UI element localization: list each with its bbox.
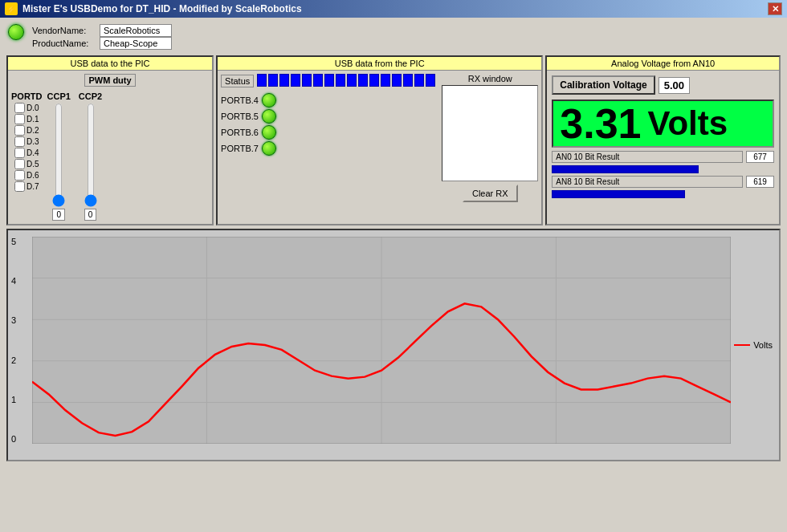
portd-checkboxes: D.0 D.1 D.2 D.3 D.4 D.5 D.6 D.7 [14,103,39,192]
an8-progress-row [548,189,777,199]
an8-row: AN8 10 Bit Result 619 [548,174,777,189]
calibration-row: Calibration Voltage 5.00 [548,72,777,98]
an8-label: AN8 10 Bit Result [552,176,743,188]
close-button[interactable]: ✕ [768,2,782,15]
voltage-display: 3.31 Volts [552,99,774,148]
portd-d2[interactable] [14,125,25,136]
portb7-led [262,141,276,156]
ccp1-slider[interactable] [51,103,66,207]
y-axis: 5 4 3 2 1 0 [11,237,16,444]
chart-inner [32,237,731,444]
analog-header: Analog Voltage from AN10 [547,57,779,71]
usb-to-pic-header: USB data to the PIC [8,57,212,71]
voltage-number: 3.31 [553,99,647,148]
product-label: ProductName: [32,39,96,48]
an8-value: 619 [746,176,774,188]
an0-value: 677 [746,151,774,163]
portb4-led [262,93,276,108]
usb-from-pic-panel: USB data from the PIC Status [216,55,543,225]
portd-d7[interactable] [14,181,25,192]
an0-row: AN0 10 Bit Result 677 [548,149,777,164]
vendor-label: VendorName: [32,26,96,35]
ccp1-value: 0 [52,209,65,221]
legend-line [734,344,750,346]
an8-progress-bar [552,190,685,198]
an0-label: AN0 10 Bit Result [552,151,743,163]
connection-led [8,24,24,40]
rx-label: RX window [468,74,512,83]
ccp1-label: CCP1 [47,91,71,101]
chart-area: 5 4 3 2 1 0 [6,229,781,461]
ccp2-slider-group: CCP2 0 [79,91,102,221]
portb7-label: PORTB.7 [221,144,259,153]
portb5-led [262,109,276,124]
portd-d5[interactable] [14,159,25,169]
chart-svg [32,237,731,444]
portd-d3[interactable] [14,136,25,147]
chart-legend: Volts [734,340,773,350]
info-row: VendorName: ScaleRobotics ProductName: C… [3,21,784,53]
product-value: Cheap-Scope [100,37,172,50]
ccp2-value: 0 [84,209,97,221]
portb6-label: PORTB.6 [221,128,259,137]
title-bar: ⚡ Mister E's USBDemo for DT_HID - Modifi… [0,0,787,18]
rx-window-section: RX window Clear RX [442,74,538,202]
portb5-label: PORTB.5 [221,112,259,121]
usb-to-pic-panel: USB data to the PIC PWM duty PORTD D.0 D… [6,55,214,225]
portd-d4[interactable] [14,148,25,158]
analog-panel: Analog Voltage from AN10 Calibration Vol… [545,55,781,225]
ccp2-label: CCP2 [79,91,102,101]
status-bar [257,74,435,87]
panels-row: USB data to the PIC PWM duty PORTD D.0 D… [3,55,784,225]
rx-textarea[interactable] [442,85,538,181]
calibration-label: Calibration Voltage [552,75,654,95]
portd-d6[interactable] [14,170,25,181]
voltage-unit: Volts [647,104,728,143]
window-title: Mister E's USBDemo for DT_HID - Modified… [22,3,302,14]
portb6-led [262,125,276,140]
legend-label: Volts [753,340,773,350]
status-section: Status [221,74,435,202]
portb4-label: PORTB.4 [221,95,259,105]
status-label: Status [221,75,254,87]
vendor-value: ScaleRobotics [100,24,172,37]
an0-progress-bar [552,165,699,173]
portd-label: PORTD [11,91,43,101]
an0-progress-row [548,164,777,174]
usb-from-pic-header: USB data from the PIC [218,57,541,71]
device-info: VendorName: ScaleRobotics ProductName: C… [32,24,172,50]
ccp1-slider-group: CCP1 0 [47,91,71,221]
calibration-value: 5.00 [659,77,690,94]
ccp2-slider[interactable] [84,103,98,207]
app-icon: ⚡ [5,2,18,15]
port-leds: PORTB.4 PORTB.5 PORTB.6 [221,93,435,156]
pwm-label: PWM duty [84,74,135,87]
portd-d1[interactable] [14,114,25,124]
portd-d0[interactable] [14,103,25,113]
clear-rx-button[interactable]: Clear RX [463,185,518,202]
